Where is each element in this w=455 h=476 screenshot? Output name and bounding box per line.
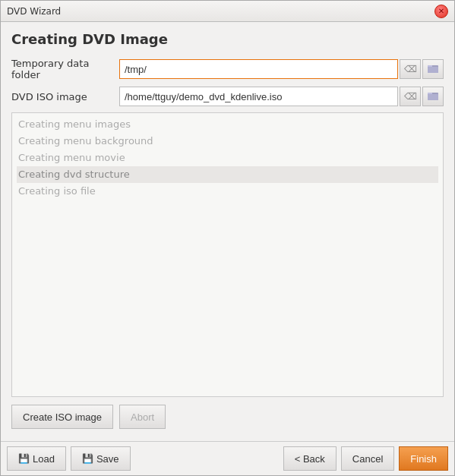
close-button[interactable]: ✕ bbox=[434, 5, 448, 18]
log-line: Creating menu background bbox=[17, 133, 438, 150]
folder-icon bbox=[428, 63, 438, 75]
abort-button[interactable]: Abort bbox=[119, 405, 166, 429]
temp-folder-clear-btn[interactable]: ⌫ bbox=[400, 59, 421, 79]
load-label: Load bbox=[33, 453, 55, 465]
temp-folder-input[interactable] bbox=[119, 59, 398, 79]
iso-label: DVD ISO image bbox=[11, 91, 119, 102]
load-button[interactable]: 💾 Load bbox=[7, 446, 66, 471]
save-label: Save bbox=[96, 453, 119, 465]
save-button[interactable]: 💾 Save bbox=[71, 446, 131, 471]
iso-browse-btn[interactable] bbox=[422, 87, 444, 106]
back-label: < Back bbox=[295, 453, 325, 465]
create-iso-button[interactable]: Create ISO image bbox=[11, 405, 113, 429]
svg-rect-1 bbox=[428, 65, 432, 67]
log-line: Creating menu images bbox=[17, 116, 438, 133]
iso-clear-btn[interactable]: ⌫ bbox=[400, 87, 421, 106]
log-area: Creating menu imagesCreating menu backgr… bbox=[11, 112, 444, 397]
temp-folder-row: Temporary data folder ⌫ bbox=[11, 58, 444, 80]
cancel-button[interactable]: Cancel bbox=[341, 446, 394, 471]
folder-icon bbox=[428, 90, 438, 102]
cancel-label: Cancel bbox=[352, 453, 383, 465]
temp-folder-label: Temporary data folder bbox=[11, 58, 119, 80]
clear-icon: ⌫ bbox=[404, 64, 417, 74]
clear-icon: ⌫ bbox=[404, 91, 417, 102]
temp-folder-input-wrapper: ⌫ bbox=[119, 59, 444, 79]
content-area: Creating DVD Image Temporary data folder… bbox=[1, 22, 454, 441]
create-iso-label: Create ISO image bbox=[23, 411, 102, 423]
abort-label: Abort bbox=[131, 411, 154, 423]
footer-bar: 💾 Load 💾 Save < Back Cancel Finish bbox=[1, 441, 454, 475]
bottom-buttons: Create ISO image Abort bbox=[11, 405, 444, 429]
window-title: DVD Wizard bbox=[7, 6, 61, 17]
svg-rect-5 bbox=[428, 94, 438, 100]
log-line: Creating iso file bbox=[17, 183, 438, 200]
finish-button[interactable]: Finish bbox=[399, 446, 448, 471]
iso-input[interactable] bbox=[119, 87, 398, 106]
svg-rect-4 bbox=[428, 93, 432, 94]
page-title: Creating DVD Image bbox=[11, 31, 444, 47]
back-button[interactable]: < Back bbox=[283, 446, 337, 471]
log-line: Creating menu movie bbox=[17, 150, 438, 166]
iso-row: DVD ISO image ⌫ bbox=[11, 87, 444, 106]
title-bar: DVD Wizard ✕ bbox=[1, 1, 454, 22]
main-window: DVD Wizard ✕ Creating DVD Image Temporar… bbox=[0, 0, 455, 476]
svg-rect-2 bbox=[428, 67, 438, 73]
log-line: Creating dvd structure bbox=[17, 166, 438, 183]
iso-input-wrapper: ⌫ bbox=[119, 87, 444, 106]
finish-label: Finish bbox=[410, 453, 437, 465]
floppy-load-icon: 💾 bbox=[18, 453, 30, 464]
floppy-save-icon: 💾 bbox=[82, 453, 93, 464]
temp-folder-browse-btn[interactable] bbox=[422, 59, 444, 79]
